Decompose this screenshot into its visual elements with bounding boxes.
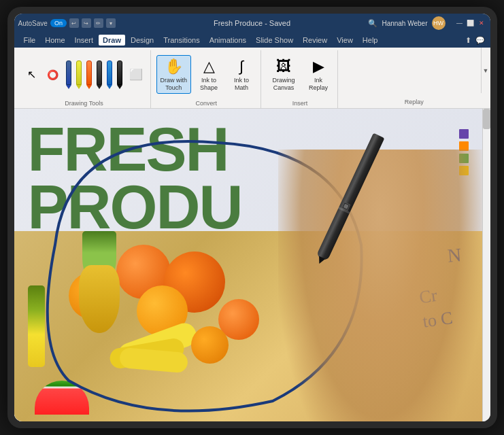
screen: AutoSave On ↩ ↪ ✏ ▾ Fresh Produce - Save… — [14, 14, 490, 421]
canvas-icon: 🖼 — [276, 58, 291, 75]
ink-shape-label: Ink toShape — [200, 77, 218, 92]
corn — [28, 285, 45, 367]
fresh-title: FRESH — [28, 122, 229, 177]
menu-review[interactable]: Review — [299, 35, 331, 46]
ink-replay-button[interactable]: ▶ InkReplay — [303, 56, 333, 94]
menu-insert[interactable]: Insert — [71, 35, 98, 46]
pen-dark[interactable] — [95, 59, 103, 90]
swatch-green — [459, 154, 469, 163]
eraser-icon: ⬜ — [129, 68, 143, 81]
close-button[interactable]: ✕ — [477, 18, 486, 28]
ribbon-access-icon[interactable]: ⬆ — [465, 36, 471, 45]
user-name[interactable]: Hannah Weber — [382, 20, 427, 27]
autosave-toggle[interactable]: On — [50, 19, 67, 27]
pen-quick-icon[interactable]: ✏ — [94, 18, 103, 28]
swatch-purple — [459, 129, 469, 139]
restore-button[interactable]: ⬜ — [466, 18, 475, 28]
ink-to-shape-button[interactable]: △ Ink toShape — [194, 56, 224, 94]
lasso-tool[interactable]: ⭕ — [44, 67, 63, 82]
document-page: FRESH PRODU — [14, 109, 482, 421]
menu-draw[interactable]: Draw — [99, 35, 125, 46]
swatch-yellow — [459, 166, 469, 175]
menu-transitions[interactable]: Transitions — [159, 35, 203, 46]
replay-label: InkReplay — [309, 77, 328, 92]
pen-yellow[interactable] — [75, 59, 83, 90]
drawing-tools-group: ↖ ⭕ — [18, 50, 151, 108]
document-area: FRESH PRODU — [14, 109, 490, 421]
minimize-button[interactable]: — — [455, 18, 465, 28]
document-scrollbar[interactable] — [482, 109, 490, 421]
document-title: Fresh Produce - Saved — [214, 19, 290, 27]
autosave-label: AutoSave — [18, 20, 48, 27]
draw-touch-icon: ✋ — [165, 58, 183, 75]
doc-content: FRESH PRODU — [14, 109, 482, 421]
menu-help[interactable]: Help — [358, 35, 382, 46]
ink-shape-icon: △ — [203, 58, 215, 75]
drawing-tools-items: ↖ ⭕ — [22, 50, 146, 99]
produce-subtitle: PRODU — [28, 180, 242, 235]
insert-label: Insert — [292, 99, 308, 108]
handwritten-note-n: N — [447, 244, 463, 267]
window-controls: — ⬜ ✕ — [455, 18, 486, 28]
avatar[interactable]: HW — [432, 16, 446, 30]
ink-math-icon: ∫ — [239, 58, 243, 75]
replay-label: Replay — [342, 97, 486, 107]
scroll-down-icon: ▼ — [483, 67, 489, 74]
ribbon: ↖ ⭕ — [14, 48, 490, 109]
pen-detail — [338, 207, 350, 213]
selector-tool[interactable]: ↖ — [22, 66, 41, 83]
draw-touch-label: Draw withTouch — [161, 77, 188, 92]
title-bar-right: 🔍 Hannah Weber HW — ⬜ ✕ — [368, 16, 486, 30]
swatch-orange — [459, 141, 469, 151]
menu-animations[interactable]: Animations — [205, 35, 250, 46]
redo-icon[interactable]: ↪ — [82, 18, 91, 28]
pen-orange[interactable] — [85, 59, 93, 90]
convert-group: ✋ Draw withTouch △ Ink toShape ∫ Ink toM… — [152, 50, 262, 108]
menu-view[interactable]: View — [333, 35, 357, 46]
comments-icon[interactable]: 💬 — [475, 36, 485, 45]
lasso-icon: ⭕ — [47, 69, 58, 80]
pineapple-body — [79, 265, 120, 333]
watermelon — [35, 381, 89, 415]
menu-bar: File Home Insert Draw Design Transitions… — [14, 33, 490, 48]
ink-math-label: Ink toMath — [234, 77, 249, 92]
draw-with-touch-button[interactable]: ✋ Draw withTouch — [156, 55, 192, 94]
menu-file[interactable]: File — [20, 35, 40, 46]
undo-icon[interactable]: ↩ — [69, 18, 79, 28]
replay-icon: ▶ — [313, 58, 324, 75]
insert-group: 🖼 DrawingCanvas ▶ InkReplay Insert — [263, 50, 338, 108]
fruit-orange-6 — [191, 326, 229, 364]
canvas-label: DrawingCanvas — [273, 77, 295, 92]
drawing-canvas-button[interactable]: 🖼 DrawingCanvas — [267, 56, 301, 94]
insert-items: 🖼 DrawingCanvas ▶ InkReplay — [267, 50, 333, 99]
pen-blue[interactable] — [65, 59, 73, 90]
convert-items: ✋ Draw withTouch △ Ink toShape ∫ Ink toM… — [156, 50, 257, 99]
menu-slideshow[interactable]: Slide Show — [252, 35, 297, 46]
drawing-tools-label: Drawing Tools — [65, 99, 103, 108]
title-bar: AutoSave On ↩ ↪ ✏ ▾ Fresh Produce - Save… — [14, 14, 490, 33]
pen-blue2[interactable] — [105, 59, 114, 90]
ribbon-content: ↖ ⭕ — [14, 48, 490, 108]
color-palette — [459, 129, 469, 175]
convert-label: Convert — [196, 99, 218, 108]
ink-to-math-button[interactable]: ∫ Ink toMath — [226, 56, 256, 94]
menu-home[interactable]: Home — [41, 35, 69, 46]
eraser-tool[interactable]: ⬜ — [126, 66, 146, 83]
pen-black[interactable] — [116, 59, 124, 90]
menu-design[interactable]: Design — [127, 35, 158, 46]
device-frame: AutoSave On ↩ ↪ ✏ ▾ Fresh Produce - Save… — [7, 7, 497, 428]
ribbon-scroll-button[interactable]: ▼ — [481, 48, 490, 93]
search-icon[interactable]: 🔍 — [368, 19, 377, 28]
produce-image-area — [14, 231, 482, 421]
handwritten-line2: to C — [422, 307, 455, 335]
customize-icon[interactable]: ▾ — [106, 18, 116, 28]
selector-icon: ↖ — [27, 68, 36, 81]
scrollbar-thumb[interactable] — [483, 109, 490, 129]
replay-group: Replay — [339, 50, 486, 108]
pen-button — [341, 202, 350, 211]
title-bar-left: AutoSave On ↩ ↪ ✏ ▾ — [18, 18, 116, 28]
